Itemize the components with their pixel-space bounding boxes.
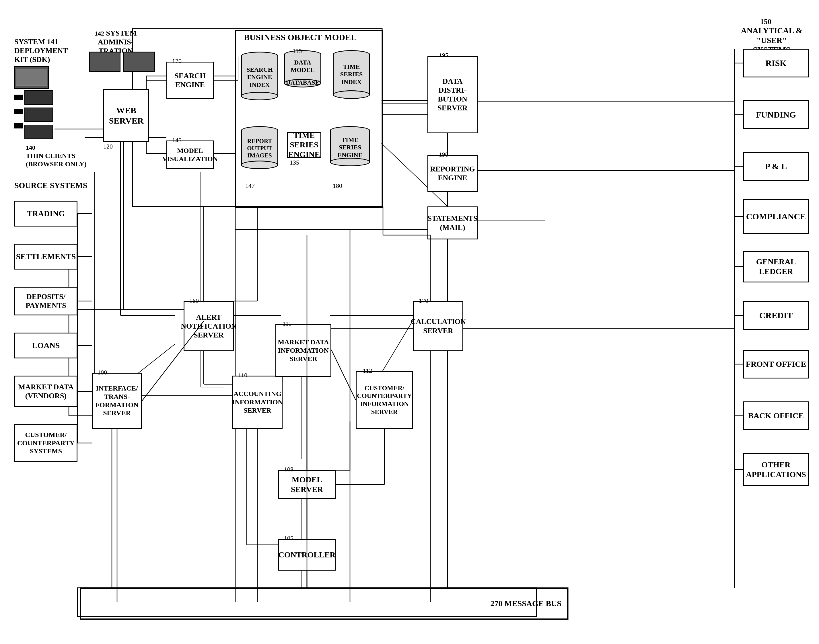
report-output-cylinder: REPORTOUTPUTIMAGES bbox=[241, 126, 278, 169]
market-data-vendors-box: MARKET DATA (VENDORS) bbox=[14, 376, 77, 407]
model-server-box: MODEL SERVER bbox=[278, 470, 336, 499]
customer-info-ref: 112 bbox=[363, 367, 372, 374]
calc-server-ref: 170 bbox=[419, 297, 428, 305]
loans-box: LOANS bbox=[14, 333, 77, 359]
tc-rect-2 bbox=[25, 107, 53, 122]
customer-info-box: CUSTOMER/ COUNTERPARTY INFORMATION SERVE… bbox=[356, 371, 413, 429]
thin-clients-label: 140 THIN CLIENTS (BROWSER ONLY) bbox=[26, 143, 87, 168]
model-server-ref: 108 bbox=[284, 466, 293, 473]
risk-box: RISK bbox=[743, 49, 809, 77]
system141-label: SYSTEM 141 DEPLOYMENT KIT (SDK) bbox=[14, 37, 68, 64]
market-data-info-ref: 111 bbox=[283, 320, 292, 327]
settlements-box: SETTLEMENTS bbox=[14, 244, 77, 270]
time-series-eng-cylinder: TIMESERIESENGINE bbox=[330, 126, 370, 166]
thin-client-bar-1 bbox=[14, 95, 23, 100]
dbms-box: TIME SERIES ENGINE bbox=[287, 132, 321, 158]
diagram-container: SYSTEM 141 DEPLOYMENT KIT (SDK) 142 SYST… bbox=[0, 0, 819, 644]
interface-trans-ref: 100 bbox=[98, 369, 107, 376]
tc-rect-3 bbox=[25, 125, 53, 139]
reporting-engine-ref: 190 bbox=[439, 151, 449, 158]
web-server-box: WEB SERVER bbox=[103, 89, 149, 142]
compliance-box: COMPLIANCE bbox=[743, 199, 809, 234]
accounting-info-ref: 110 bbox=[238, 372, 247, 379]
sysadmin-monitor-2 bbox=[123, 52, 155, 72]
deposits-box: DEPOSITS/ PAYMENTS bbox=[14, 287, 77, 316]
general-ledger-box: GENERAL LEDGER bbox=[743, 251, 809, 282]
accounting-info-box: ACCOUNTING INFORMATION SERVER bbox=[232, 376, 283, 429]
data-model-ref: 115 bbox=[293, 47, 302, 55]
customer-cp-systems-box: CUSTOMER/ COUNTERPARTY SYSTEMS bbox=[14, 424, 77, 462]
statements-box: STATEMENTS (MAIL) bbox=[427, 207, 478, 239]
message-bus-box: 270 MESSAGE BUS bbox=[80, 588, 568, 619]
web-server-ref: 120 bbox=[103, 143, 113, 150]
search-engine-box: SEARCH ENGINE bbox=[166, 61, 214, 99]
time-series-idx-cylinder: TIMESERIESINDEX bbox=[333, 50, 370, 99]
data-distrib-box: DATA DISTRI- BUTION SERVER bbox=[427, 56, 478, 133]
sysadmin-monitor-1 bbox=[89, 52, 120, 72]
market-data-info-box: MARKET DATA INFORMATION SERVER bbox=[275, 324, 331, 377]
other-apps-box: OTHER APPLICATIONS bbox=[743, 453, 809, 486]
analytical-ref: 150 bbox=[760, 17, 771, 26]
model-vis-box: MODEL VISUALIZATION bbox=[166, 141, 214, 169]
funding-box: FUNDING bbox=[743, 100, 809, 129]
calc-server-box: CALCULATION SERVER bbox=[413, 301, 463, 351]
thin-clients-ref: 140 bbox=[26, 144, 35, 151]
bom-title: BUSINESS OBJECT MODEL bbox=[244, 32, 356, 43]
model-vis-ref: 145 bbox=[172, 136, 181, 144]
interface-trans-box: INTERFACE/ TRANS- FORMATION SERVER bbox=[92, 373, 142, 429]
controller-box: CONTROLLER bbox=[278, 539, 336, 570]
thin-client-bar-3 bbox=[14, 123, 23, 129]
alert-notif-ref: 160 bbox=[189, 297, 199, 305]
back-office-box: BACK OFFICE bbox=[743, 402, 809, 430]
tc-rect-1 bbox=[25, 90, 53, 105]
data-model-cylinder: DATA MODEL DATABASE bbox=[284, 50, 321, 87]
time-series-eng-ref: 180 bbox=[333, 182, 342, 190]
data-distrib-ref: 195 bbox=[439, 52, 449, 59]
reporting-engine-box: REPORTING ENGINE bbox=[427, 155, 478, 192]
report-output-ref: 147 bbox=[245, 182, 255, 190]
trading-box: TRADING bbox=[14, 201, 77, 227]
source-systems-label: SOURCE SYSTEMS bbox=[14, 181, 87, 190]
controller-ref: 105 bbox=[284, 535, 293, 542]
svg-line-89 bbox=[331, 350, 356, 400]
thin-client-bar-2 bbox=[14, 109, 23, 114]
front-office-box: FRONT OFFICE bbox=[743, 350, 809, 379]
alert-notif-box: ALERT NOTIFICATION SERVER bbox=[184, 301, 234, 351]
pl-box: P & L bbox=[743, 152, 809, 181]
credit-box: CREDIT bbox=[743, 301, 809, 330]
search-engine-idx-cylinder: SEARCHENGINEINDEX bbox=[241, 52, 278, 100]
search-engine-ref: 170 bbox=[172, 57, 181, 65]
sdk-screen-1 bbox=[16, 69, 47, 86]
dbms-ref: 135 bbox=[290, 159, 299, 166]
